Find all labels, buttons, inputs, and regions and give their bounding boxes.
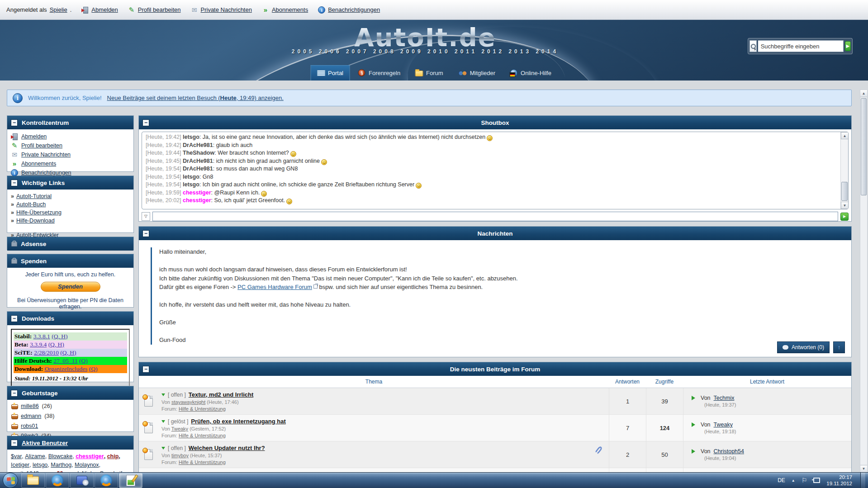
collapse-icon[interactable]: − — [142, 119, 149, 126]
action-center-flag-icon[interactable]: ⚐ — [802, 477, 807, 484]
download-mirror-links[interactable]: (Q, H) — [48, 341, 64, 348]
sidebar-item-link[interactable]: Benachrichtigungen — [21, 170, 71, 176]
clock[interactable]: 20:17 19.11.2012 — [826, 474, 854, 487]
thread-forum-link[interactable]: Hilfe & Unterstützung — [179, 433, 226, 438]
message-user[interactable]: chesstiger — [183, 197, 211, 204]
panel-title[interactable]: Aktive Benutzer — [22, 440, 68, 446]
active-user-link[interactable]: Alizame — [25, 453, 48, 460]
thread-author-link[interactable]: timyboy — [171, 453, 189, 458]
topbar-link[interactable]: Abmelden — [91, 6, 118, 13]
taskbar-explorer-button[interactable] — [21, 473, 45, 488]
thread-forum-link[interactable]: Hilfe & Unterstützung — [179, 460, 226, 465]
search-input[interactable] — [758, 40, 844, 52]
topbar-link-item[interactable]: Profil bearbeiten — [128, 6, 181, 14]
scrollbar-thumb[interactable] — [841, 182, 848, 201]
sidebar-link-item[interactable]: Hilfe-Übersetzung — [11, 208, 130, 217]
page-scrollbar[interactable]: ▲ ▼ — [860, 90, 868, 473]
message-user[interactable]: DrAcHe981 — [183, 166, 213, 172]
collapse-icon[interactable]: − — [11, 440, 18, 446]
network-icon[interactable] — [813, 478, 820, 483]
collapse-icon[interactable]: − — [11, 119, 18, 126]
download-version-link[interactable]: 3.3.9.4 — [30, 341, 47, 348]
sidebar-item-link[interactable]: AutoIt-Tutorial — [16, 193, 52, 199]
sidebar-link-item[interactable]: Hilfe-Download — [11, 217, 130, 225]
nav-tab[interactable]: Mitglieder — [451, 65, 502, 81]
shoutbox-messages[interactable]: [Heute, 19:42] letsgo: Ja, ist so eine g… — [142, 132, 849, 209]
topbar-link-item[interactable]: Benachrichtigungen — [318, 6, 380, 14]
birthday-user-link[interactable]: edmann — [21, 413, 41, 419]
sidebar-item-link[interactable]: Private Nachrichten — [21, 152, 71, 158]
goto-last-post-icon[interactable] — [161, 447, 165, 451]
taskbar-firefox-button[interactable] — [46, 473, 69, 488]
taskbar-scite-button[interactable] — [119, 473, 142, 488]
collapse-icon[interactable]: − — [11, 315, 18, 322]
download-version-link[interactable]: 2/28/2010 — [34, 349, 59, 356]
download-mirror-links[interactable]: (Q) — [79, 357, 88, 364]
topbar-link-item[interactable]: Private Nachrichten — [191, 6, 252, 14]
tray-expand-icon[interactable]: ▲ — [792, 479, 795, 483]
message-user[interactable]: letsgo — [183, 181, 199, 188]
goto-last-post-icon[interactable] — [161, 420, 165, 425]
scroll-top-button[interactable] — [833, 341, 845, 353]
last-answer-author-link[interactable]: Christoph54 — [714, 448, 744, 455]
active-user-link[interactable]: Blowcake — [48, 453, 76, 460]
active-user-link[interactable]: chesstiger — [76, 453, 107, 460]
message-user[interactable]: DrAcHe981 — [183, 158, 213, 164]
message-user[interactable]: TheShadow — [183, 150, 214, 156]
sidebar-item[interactable]: Profil bearbeiten — [11, 141, 130, 150]
scroll-down-icon[interactable]: ▼ — [860, 465, 867, 472]
sidebar-item[interactable]: Abmelden — [11, 132, 130, 141]
goto-last-post-icon[interactable] — [161, 393, 165, 398]
sidebar-item-link[interactable]: Abmelden — [21, 133, 47, 140]
collapse-icon[interactable]: − — [11, 390, 18, 397]
nav-tab[interactable]: Online-Hilfe — [503, 65, 558, 81]
sidebar-item-link[interactable]: AutoIt-Buch — [16, 201, 46, 208]
reply-button[interactable]: Antworten (0) — [777, 341, 830, 353]
thread-author-link[interactable]: stayawayknight — [171, 399, 205, 405]
download-mirror-links[interactable]: (Q) — [89, 365, 98, 372]
active-user-link[interactable]: letsgo — [33, 462, 51, 468]
start-button[interactable] — [3, 473, 18, 488]
sidebar-link-item[interactable]: AutoIt-Buch — [11, 200, 130, 208]
topbar-link[interactable]: Benachrichtigungen — [328, 6, 380, 13]
message-user[interactable]: DrAcHe981 — [183, 142, 213, 148]
sidebar-item[interactable]: Abonnements — [11, 159, 130, 168]
sidebar-item-link[interactable]: Profil bearbeiten — [21, 142, 62, 149]
collapse-icon[interactable]: − — [142, 230, 149, 237]
active-user-link[interactable]: Icetiger — [11, 462, 33, 468]
sidebar-item-link[interactable]: Hilfe-Übersetzung — [16, 209, 62, 216]
nav-tab[interactable]: Portal — [310, 65, 350, 81]
thread-title-link[interactable]: Textur, md2 und Irrlicht — [189, 391, 254, 398]
sidebar-item-link[interactable]: Abonnements — [21, 161, 56, 167]
goto-post-icon[interactable] — [692, 422, 697, 427]
search-submit-button[interactable]: ▶ — [845, 41, 851, 51]
last-answer-author-link[interactable]: Techmix — [714, 395, 735, 401]
birthday-user-link[interactable]: mille86 — [21, 403, 39, 409]
thread-forum-link[interactable]: Hilfe & Unterstützung — [179, 406, 226, 412]
sidebar-item-link[interactable]: Hilfe-Download — [16, 218, 55, 224]
download-mirror-links[interactable]: (Q, H) — [52, 333, 67, 340]
active-user-link[interactable]: chip — [107, 453, 122, 460]
shoutbox-send-button[interactable]: ▶ — [840, 213, 849, 221]
taskbar-firefox2-button[interactable] — [95, 473, 118, 488]
collapse-icon[interactable]: − — [142, 366, 149, 373]
active-user-link[interactable]: Molaynox — [75, 462, 102, 468]
shoutbox-options-button[interactable]: ▽ — [142, 212, 150, 221]
shoutbox-input[interactable] — [152, 212, 838, 221]
sidebar-item[interactable]: Private Nachrichten — [11, 150, 130, 159]
download-version-link[interactable]: 27_05_11 — [53, 357, 78, 364]
scroll-up-icon[interactable]: ▲ — [860, 90, 867, 97]
active-user-link[interactable]: $var — [11, 453, 25, 460]
sidebar-link-item[interactable]: AutoIt-Tutorial — [11, 192, 130, 200]
goto-post-icon[interactable] — [692, 396, 697, 400]
collapse-icon[interactable]: − — [11, 180, 18, 186]
spenden-button[interactable]: Spenden — [41, 282, 100, 292]
show-desktop-button[interactable] — [860, 473, 865, 488]
external-forum-link[interactable]: PC Games Hardware Forum — [237, 284, 312, 290]
thread-title-link[interactable]: Prüfen, ob exe Internetzugang hat — [191, 418, 285, 425]
scroll-up-icon[interactable]: ▲ — [841, 132, 849, 139]
scrollbar-thumb[interactable] — [861, 98, 867, 195]
username-link[interactable]: Spielie — [50, 6, 67, 13]
site-logo[interactable]: AutoIt.de 2005 2006 2007 2008 2009 2010 … — [289, 23, 561, 55]
goto-post-icon[interactable] — [692, 449, 697, 454]
